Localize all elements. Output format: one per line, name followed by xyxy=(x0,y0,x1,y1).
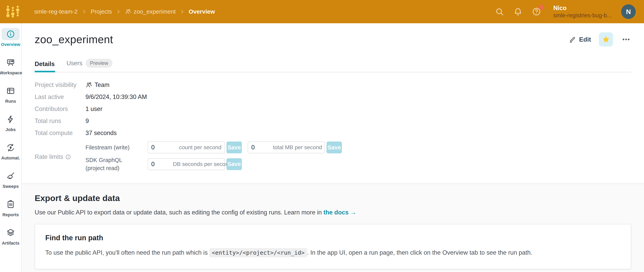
workspace-board-icon xyxy=(2,56,20,69)
filestream-mb-field: total MB per second xyxy=(248,142,325,153)
run-path-heading: Find the run path xyxy=(45,234,620,242)
automations-cycle-icon xyxy=(2,142,20,154)
ellipsis-icon xyxy=(622,35,630,44)
filestream-count-field: count per second xyxy=(148,142,225,153)
chevron-right-icon xyxy=(116,9,121,14)
sidebar-item-overview[interactable]: Overview xyxy=(0,28,21,47)
export-update-section: Export & update data Use our Public API … xyxy=(22,183,644,272)
export-description: Use our Public API to export data or upd… xyxy=(35,209,631,216)
run-path-card: Find the run path To use the public API,… xyxy=(35,224,631,269)
detail-row-total-runs: Total runs 9 xyxy=(35,117,631,125)
breadcrumb-project[interactable]: zoo_experiment xyxy=(125,8,176,15)
rate-limit-graphql-row: SDK GraphQL (project read) DB seconds pe… xyxy=(86,156,348,172)
arrow-right-icon: → xyxy=(348,209,356,216)
page-title: zoo_experiment xyxy=(35,33,113,46)
user-org: smle-registries-bug-b... xyxy=(553,12,612,19)
top-navigation-bar: smle-reg-team-2 Projects zoo_experiment … xyxy=(0,0,644,23)
preview-badge: Preview xyxy=(86,59,112,68)
sidebar-item-jobs[interactable]: Jobs xyxy=(0,113,21,132)
notification-dot xyxy=(539,5,544,10)
sidebar-item-artifacts[interactable]: Artifacts xyxy=(0,227,21,246)
user-menu[interactable]: Nico smle-registries-bug-b... xyxy=(553,4,612,19)
active-tab-indicator xyxy=(35,71,55,72)
breadcrumb-team[interactable]: smle-reg-team-2 xyxy=(34,8,78,15)
breadcrumb-page[interactable]: Overview xyxy=(189,8,215,15)
detail-row-contributors: Contributors 1 user xyxy=(35,105,631,113)
edit-button[interactable]: Edit xyxy=(569,36,591,43)
project-sidebar: Overview Workspace Runs Jobs Automat. Sw… xyxy=(0,23,22,272)
sidebar-item-automations[interactable]: Automat. xyxy=(0,142,21,161)
tab-users[interactable]: Users Preview xyxy=(66,59,112,68)
save-button[interactable]: Save xyxy=(226,142,242,153)
broom-icon xyxy=(2,170,20,182)
star-icon xyxy=(602,35,610,44)
details-panel: Project visibility Team Last active 9/6/… xyxy=(22,72,644,183)
clipboard-icon xyxy=(2,198,20,210)
user-name: Nico xyxy=(553,4,612,12)
star-button[interactable] xyxy=(599,32,613,47)
detail-row-visibility: Project visibility Team xyxy=(35,81,631,89)
sidebar-item-sweeps[interactable]: Sweeps xyxy=(0,170,21,189)
team-icon xyxy=(86,82,92,88)
tab-details[interactable]: Details xyxy=(35,61,55,68)
main-content: zoo_experiment Edit Details Users Previe… xyxy=(22,23,644,272)
tab-bar: Details Users Preview xyxy=(35,59,631,72)
more-options-button[interactable] xyxy=(621,34,631,45)
rate-limit-filestream-row: Filestream (write) count per second Save… xyxy=(86,142,348,153)
wandb-logo-icon[interactable] xyxy=(5,4,20,19)
runs-table-icon xyxy=(2,85,20,97)
graphql-seconds-field: DB seconds per second xyxy=(148,158,225,170)
rate-limits-section: Rate limits Filestream (write) count per… xyxy=(35,142,631,172)
info-icon xyxy=(2,28,20,40)
filestream-mb-input[interactable] xyxy=(251,144,273,151)
breadcrumb: smle-reg-team-2 Projects zoo_experiment … xyxy=(34,8,215,15)
topbar-actions: Nico smle-registries-bug-b... N xyxy=(495,4,636,19)
chevron-right-icon xyxy=(82,9,87,14)
pencil-icon xyxy=(569,36,576,43)
info-icon[interactable] xyxy=(65,154,71,160)
save-button[interactable]: Save xyxy=(226,158,242,170)
team-icon xyxy=(125,9,131,15)
filestream-count-input[interactable] xyxy=(151,144,173,151)
run-path-code: <entity>/<project>/<run_id> xyxy=(209,248,307,257)
lightning-icon xyxy=(2,113,20,125)
breadcrumb-projects[interactable]: Projects xyxy=(90,8,112,15)
detail-row-total-compute: Total compute 37 seconds xyxy=(35,130,631,137)
docs-link[interactable]: the docs → xyxy=(324,209,356,216)
search-icon[interactable] xyxy=(495,7,504,16)
export-heading: Export & update data xyxy=(35,193,631,203)
sidebar-item-reports[interactable]: Reports xyxy=(0,198,21,217)
run-path-text: To use the public API, you'll often need… xyxy=(45,249,620,256)
chevron-right-icon xyxy=(180,9,185,14)
save-button[interactable]: Save xyxy=(326,142,342,153)
layers-icon xyxy=(2,227,20,239)
sidebar-item-workspace[interactable]: Workspace xyxy=(0,56,21,76)
sidebar-item-runs[interactable]: Runs xyxy=(0,85,21,104)
avatar[interactable]: N xyxy=(621,4,636,19)
notifications-bell-icon[interactable] xyxy=(514,7,522,16)
graphql-seconds-input[interactable] xyxy=(151,161,173,168)
detail-row-last-active: Last active 9/6/2024, 10:39:30 AM xyxy=(35,93,631,101)
help-icon[interactable] xyxy=(532,7,541,16)
